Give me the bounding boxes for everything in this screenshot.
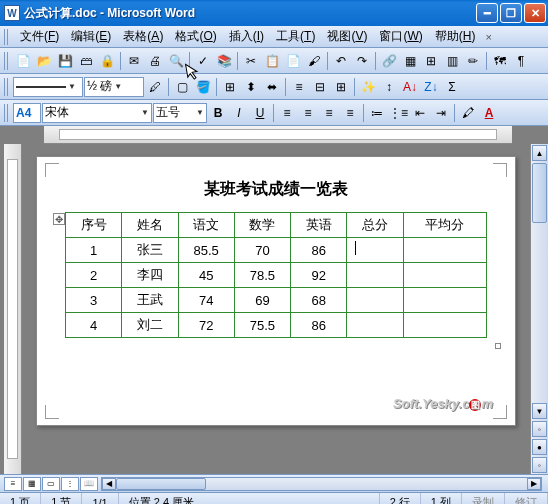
prev-page-icon[interactable]: ◦ bbox=[532, 421, 547, 437]
tables-borders-icon[interactable]: ▦ bbox=[400, 51, 420, 71]
merge-cells-icon[interactable]: ⬍ bbox=[241, 77, 261, 97]
table-resize-handle-icon[interactable] bbox=[495, 343, 501, 349]
border-color-icon[interactable]: 🖊 bbox=[145, 77, 165, 97]
align-center-icon[interactable]: ≡ bbox=[298, 103, 318, 123]
table-move-handle-icon[interactable]: ✥ bbox=[53, 213, 65, 225]
vertical-scrollbar[interactable]: ▲ ▼ ◦ ● ◦ bbox=[530, 144, 548, 474]
line-weight-dropdown[interactable]: ½ 磅▼ bbox=[84, 77, 144, 97]
split-cells-icon[interactable]: ⬌ bbox=[262, 77, 282, 97]
col-header[interactable]: 序号 bbox=[66, 213, 122, 238]
horizontal-scrollbar[interactable]: ◀ ▶ bbox=[101, 477, 542, 491]
numbering-icon[interactable]: ≔ bbox=[367, 103, 387, 123]
col-header[interactable]: 语文 bbox=[178, 213, 234, 238]
browse-object-icon[interactable]: ● bbox=[532, 439, 547, 455]
save-icon[interactable]: 💾 bbox=[55, 51, 75, 71]
bullets-icon[interactable]: ⋮≡ bbox=[388, 103, 409, 123]
maximize-button[interactable]: ❐ bbox=[500, 3, 522, 23]
align-icon[interactable]: ≡ bbox=[289, 77, 309, 97]
email-icon[interactable]: ✉ bbox=[124, 51, 144, 71]
style-dropdown[interactable]: A4 bbox=[13, 103, 41, 123]
toolbar-grip[interactable] bbox=[4, 29, 10, 45]
align-right-icon[interactable]: ≡ bbox=[319, 103, 339, 123]
outside-border-icon[interactable]: ▢ bbox=[172, 77, 192, 97]
redo-icon[interactable]: ↷ bbox=[352, 51, 372, 71]
font-color-icon[interactable]: A bbox=[479, 103, 499, 123]
scrollbar-thumb[interactable] bbox=[116, 478, 206, 490]
col-header[interactable]: 英语 bbox=[291, 213, 347, 238]
horizontal-ruler[interactable] bbox=[44, 126, 512, 144]
copy-icon[interactable]: 📋 bbox=[262, 51, 282, 71]
menu-format[interactable]: 格式(O) bbox=[169, 26, 222, 47]
menu-file[interactable]: 文件(F) bbox=[14, 26, 65, 47]
shading-icon[interactable]: 🪣 bbox=[193, 77, 213, 97]
permissions-icon[interactable]: 🔒 bbox=[97, 51, 117, 71]
bold-button[interactable]: B bbox=[208, 103, 228, 123]
distribute-cols-icon[interactable]: ⊞ bbox=[331, 77, 351, 97]
menu-window[interactable]: 窗口(W) bbox=[373, 26, 428, 47]
insert-table-icon[interactable]: ⊞ bbox=[220, 77, 240, 97]
sort-desc-icon[interactable]: Z↓ bbox=[421, 77, 441, 97]
doc-map-icon[interactable]: 🗺 bbox=[490, 51, 510, 71]
print-layout-view-icon[interactable]: ▭ bbox=[42, 477, 60, 491]
format-painter-icon[interactable]: 🖌 bbox=[304, 51, 324, 71]
grades-table[interactable]: 序号 姓名 语文 数学 英语 总分 平均分 1 张三 85.5 70 86 bbox=[65, 212, 487, 338]
increase-indent-icon[interactable]: ⇥ bbox=[431, 103, 451, 123]
undo-icon[interactable]: ↶ bbox=[331, 51, 351, 71]
autosum-icon[interactable]: Σ bbox=[442, 77, 462, 97]
paste-icon[interactable]: 📄 bbox=[283, 51, 303, 71]
decrease-indent-icon[interactable]: ⇤ bbox=[410, 103, 430, 123]
document-title[interactable]: 某班考试成绩一览表 bbox=[65, 179, 487, 200]
menubar-close-icon[interactable]: × bbox=[481, 31, 495, 43]
saveall-icon[interactable]: 🗃 bbox=[76, 51, 96, 71]
drawing-icon[interactable]: ✏ bbox=[463, 51, 483, 71]
show-marks-icon[interactable]: ¶ bbox=[511, 51, 531, 71]
hyperlink-icon[interactable]: 🔗 bbox=[379, 51, 399, 71]
toolbar-grip[interactable] bbox=[4, 78, 10, 96]
menu-help[interactable]: 帮助(H) bbox=[429, 26, 482, 47]
columns-icon[interactable]: ▥ bbox=[442, 51, 462, 71]
open-icon[interactable]: 📂 bbox=[34, 51, 54, 71]
highlight-icon[interactable]: 🖍 bbox=[458, 103, 478, 123]
research-icon[interactable]: 📚 bbox=[214, 51, 234, 71]
italic-button[interactable]: I bbox=[229, 103, 249, 123]
autoformat-icon[interactable]: ✨ bbox=[358, 77, 378, 97]
scrollbar-thumb[interactable] bbox=[532, 163, 547, 223]
active-cell[interactable] bbox=[347, 238, 403, 263]
vertical-ruler[interactable] bbox=[4, 144, 22, 474]
sort-asc-icon[interactable]: A↓ bbox=[400, 77, 420, 97]
menu-table[interactable]: 表格(A) bbox=[117, 26, 169, 47]
col-header[interactable]: 总分 bbox=[347, 213, 403, 238]
menu-view[interactable]: 视图(V) bbox=[321, 26, 373, 47]
align-left-icon[interactable]: ≡ bbox=[277, 103, 297, 123]
text-direction-icon[interactable]: ↕ bbox=[379, 77, 399, 97]
font-name-dropdown[interactable]: 宋体▼ bbox=[42, 103, 152, 123]
preview-icon[interactable]: 🔍 bbox=[166, 51, 186, 71]
scroll-down-icon[interactable]: ▼ bbox=[532, 403, 547, 419]
normal-view-icon[interactable]: ≡ bbox=[4, 477, 22, 491]
minimize-button[interactable]: ━ bbox=[476, 3, 498, 23]
menu-tools[interactable]: 工具(T) bbox=[270, 26, 321, 47]
next-page-icon[interactable]: ◦ bbox=[532, 457, 547, 473]
scroll-up-icon[interactable]: ▲ bbox=[532, 145, 547, 161]
font-size-dropdown[interactable]: 五号▼ bbox=[153, 103, 207, 123]
col-header[interactable]: 平均分 bbox=[403, 213, 486, 238]
distribute-rows-icon[interactable]: ⊟ bbox=[310, 77, 330, 97]
line-style-dropdown[interactable]: ▼ bbox=[13, 77, 83, 97]
toolbar-grip[interactable] bbox=[4, 104, 10, 122]
align-justify-icon[interactable]: ≡ bbox=[340, 103, 360, 123]
scroll-left-icon[interactable]: ◀ bbox=[102, 478, 116, 490]
outline-view-icon[interactable]: ⋮ bbox=[61, 477, 79, 491]
insert-table-icon[interactable]: ⊞ bbox=[421, 51, 441, 71]
print-icon[interactable]: 🖨 bbox=[145, 51, 165, 71]
menu-insert[interactable]: 插入(I) bbox=[223, 26, 270, 47]
menu-edit[interactable]: 编辑(E) bbox=[65, 26, 117, 47]
spellcheck-icon[interactable]: ✓ bbox=[193, 51, 213, 71]
col-header[interactable]: 姓名 bbox=[122, 213, 178, 238]
toolbar-grip[interactable] bbox=[4, 52, 10, 70]
reading-view-icon[interactable]: 📖 bbox=[80, 477, 98, 491]
scroll-right-icon[interactable]: ▶ bbox=[527, 478, 541, 490]
web-view-icon[interactable]: ▦ bbox=[23, 477, 41, 491]
new-doc-icon[interactable]: 📄 bbox=[13, 51, 33, 71]
close-button[interactable]: ✕ bbox=[524, 3, 546, 23]
underline-button[interactable]: U bbox=[250, 103, 270, 123]
